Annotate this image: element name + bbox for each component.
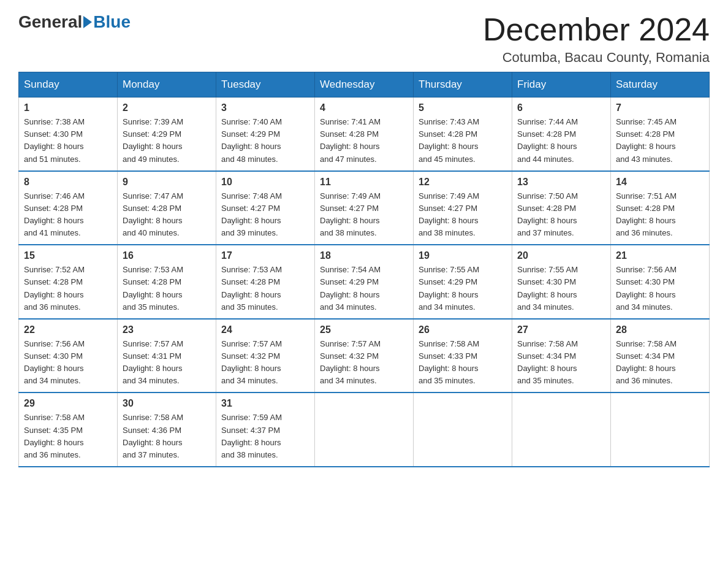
calendar-day-cell: 4 Sunrise: 7:41 AMSunset: 4:28 PMDayligh… <box>315 98 414 171</box>
calendar-day-cell: 25 Sunrise: 7:57 AMSunset: 4:32 PMDaylig… <box>315 319 414 393</box>
calendar-day-cell: 19 Sunrise: 7:55 AMSunset: 4:29 PMDaylig… <box>414 245 512 319</box>
location-subtitle: Cotumba, Bacau County, Romania <box>483 50 710 66</box>
calendar-day-cell: 24 Sunrise: 7:57 AMSunset: 4:32 PMDaylig… <box>216 319 315 393</box>
calendar-day-cell: 14 Sunrise: 7:51 AMSunset: 4:28 PMDaylig… <box>611 171 710 245</box>
day-info: Sunrise: 7:55 AMSunset: 4:30 PMDaylight:… <box>517 264 605 313</box>
day-number: 23 <box>123 324 211 335</box>
logo-general-text: General <box>18 12 82 32</box>
day-info: Sunrise: 7:45 AMSunset: 4:28 PMDaylight:… <box>616 116 704 166</box>
day-number: 2 <box>123 102 211 113</box>
calendar-day-cell: 11 Sunrise: 7:49 AMSunset: 4:27 PMDaylig… <box>315 171 414 245</box>
day-info: Sunrise: 7:44 AMSunset: 4:28 PMDaylight:… <box>517 116 605 166</box>
calendar-day-cell: 26 Sunrise: 7:58 AMSunset: 4:33 PMDaylig… <box>414 319 512 393</box>
day-info: Sunrise: 7:43 AMSunset: 4:28 PMDaylight:… <box>419 116 507 166</box>
day-info: Sunrise: 7:49 AMSunset: 4:27 PMDaylight:… <box>419 190 507 240</box>
day-number: 17 <box>221 250 309 261</box>
calendar-day-cell: 1 Sunrise: 7:38 AMSunset: 4:30 PMDayligh… <box>19 98 118 171</box>
day-info: Sunrise: 7:40 AMSunset: 4:29 PMDaylight:… <box>221 116 309 166</box>
calendar-day-cell: 2 Sunrise: 7:39 AMSunset: 4:29 PMDayligh… <box>118 98 216 171</box>
day-number: 26 <box>419 324 507 335</box>
calendar-week-row: 22 Sunrise: 7:56 AMSunset: 4:30 PMDaylig… <box>19 319 710 393</box>
calendar-day-cell: 3 Sunrise: 7:40 AMSunset: 4:29 PMDayligh… <box>216 98 315 171</box>
day-info: Sunrise: 7:50 AMSunset: 4:28 PMDaylight:… <box>517 190 605 240</box>
calendar-day-cell: 18 Sunrise: 7:54 AMSunset: 4:29 PMDaylig… <box>315 245 414 319</box>
day-number: 28 <box>616 324 704 335</box>
day-number: 13 <box>517 177 605 188</box>
day-number: 18 <box>320 250 408 261</box>
calendar-day-cell: 6 Sunrise: 7:44 AMSunset: 4:28 PMDayligh… <box>512 98 611 171</box>
calendar-table: SundayMondayTuesdayWednesdayThursdayFrid… <box>18 72 710 467</box>
day-info: Sunrise: 7:47 AMSunset: 4:28 PMDaylight:… <box>123 190 211 240</box>
calendar-day-cell: 21 Sunrise: 7:56 AMSunset: 4:30 PMDaylig… <box>611 245 710 319</box>
day-info: Sunrise: 7:53 AMSunset: 4:28 PMDaylight:… <box>123 264 211 313</box>
day-info: Sunrise: 7:58 AMSunset: 4:34 PMDaylight:… <box>517 338 605 388</box>
calendar-body: 1 Sunrise: 7:38 AMSunset: 4:30 PMDayligh… <box>19 98 710 467</box>
calendar-day-cell: 12 Sunrise: 7:49 AMSunset: 4:27 PMDaylig… <box>414 171 512 245</box>
title-area: December 2024 Cotumba, Bacau County, Rom… <box>483 12 710 66</box>
day-number: 20 <box>517 250 605 261</box>
day-number: 6 <box>517 102 605 113</box>
day-number: 7 <box>616 102 704 113</box>
day-number: 14 <box>616 177 704 188</box>
day-number: 12 <box>419 177 507 188</box>
day-number: 24 <box>221 324 309 335</box>
logo: General Blue <box>18 12 131 32</box>
day-info: Sunrise: 7:58 AMSunset: 4:36 PMDaylight:… <box>123 412 211 461</box>
day-info: Sunrise: 7:52 AMSunset: 4:28 PMDaylight:… <box>24 264 112 313</box>
calendar-day-cell <box>611 393 710 467</box>
day-of-week-header: Sunday <box>19 72 118 98</box>
day-info: Sunrise: 7:46 AMSunset: 4:28 PMDaylight:… <box>24 190 112 240</box>
calendar-day-cell: 16 Sunrise: 7:53 AMSunset: 4:28 PMDaylig… <box>118 245 216 319</box>
day-info: Sunrise: 7:57 AMSunset: 4:32 PMDaylight:… <box>320 338 408 388</box>
days-of-week-row: SundayMondayTuesdayWednesdayThursdayFrid… <box>19 72 710 98</box>
calendar-day-cell <box>414 393 512 467</box>
day-info: Sunrise: 7:39 AMSunset: 4:29 PMDaylight:… <box>123 116 211 166</box>
day-number: 5 <box>419 102 507 113</box>
calendar-day-cell: 27 Sunrise: 7:58 AMSunset: 4:34 PMDaylig… <box>512 319 611 393</box>
day-number: 16 <box>123 250 211 261</box>
day-number: 31 <box>221 398 309 409</box>
page-header: General Blue December 2024 Cotumba, Baca… <box>18 12 710 66</box>
calendar-day-cell: 7 Sunrise: 7:45 AMSunset: 4:28 PMDayligh… <box>611 98 710 171</box>
calendar-week-row: 29 Sunrise: 7:58 AMSunset: 4:35 PMDaylig… <box>19 393 710 467</box>
day-of-week-header: Tuesday <box>216 72 315 98</box>
calendar-header: SundayMondayTuesdayWednesdayThursdayFrid… <box>19 72 710 98</box>
calendar-day-cell: 22 Sunrise: 7:56 AMSunset: 4:30 PMDaylig… <box>19 319 118 393</box>
day-number: 9 <box>123 177 211 188</box>
calendar-week-row: 1 Sunrise: 7:38 AMSunset: 4:30 PMDayligh… <box>19 98 710 171</box>
day-number: 8 <box>24 177 112 188</box>
calendar-week-row: 15 Sunrise: 7:52 AMSunset: 4:28 PMDaylig… <box>19 245 710 319</box>
day-info: Sunrise: 7:58 AMSunset: 4:35 PMDaylight:… <box>24 412 112 461</box>
day-number: 4 <box>320 102 408 113</box>
day-number: 1 <box>24 102 112 113</box>
day-number: 19 <box>419 250 507 261</box>
day-info: Sunrise: 7:59 AMSunset: 4:37 PMDaylight:… <box>221 412 309 461</box>
day-info: Sunrise: 7:41 AMSunset: 4:28 PMDaylight:… <box>320 116 408 166</box>
logo-arrow-icon <box>83 16 92 28</box>
day-of-week-header: Monday <box>118 72 216 98</box>
day-info: Sunrise: 7:58 AMSunset: 4:34 PMDaylight:… <box>616 338 704 388</box>
calendar-day-cell: 9 Sunrise: 7:47 AMSunset: 4:28 PMDayligh… <box>118 171 216 245</box>
day-number: 25 <box>320 324 408 335</box>
day-number: 21 <box>616 250 704 261</box>
calendar-day-cell <box>512 393 611 467</box>
logo-blue-text: Blue <box>93 12 131 32</box>
calendar-week-row: 8 Sunrise: 7:46 AMSunset: 4:28 PMDayligh… <box>19 171 710 245</box>
day-number: 15 <box>24 250 112 261</box>
day-number: 3 <box>221 102 309 113</box>
day-info: Sunrise: 7:49 AMSunset: 4:27 PMDaylight:… <box>320 190 408 240</box>
day-info: Sunrise: 7:48 AMSunset: 4:27 PMDaylight:… <box>221 190 309 240</box>
day-number: 29 <box>24 398 112 409</box>
day-number: 11 <box>320 177 408 188</box>
calendar-day-cell: 23 Sunrise: 7:57 AMSunset: 4:31 PMDaylig… <box>118 319 216 393</box>
day-number: 30 <box>123 398 211 409</box>
calendar-day-cell: 15 Sunrise: 7:52 AMSunset: 4:28 PMDaylig… <box>19 245 118 319</box>
day-info: Sunrise: 7:57 AMSunset: 4:31 PMDaylight:… <box>123 338 211 388</box>
calendar-day-cell: 20 Sunrise: 7:55 AMSunset: 4:30 PMDaylig… <box>512 245 611 319</box>
day-of-week-header: Wednesday <box>315 72 414 98</box>
day-of-week-header: Saturday <box>611 72 710 98</box>
calendar-day-cell: 10 Sunrise: 7:48 AMSunset: 4:27 PMDaylig… <box>216 171 315 245</box>
calendar-day-cell: 30 Sunrise: 7:58 AMSunset: 4:36 PMDaylig… <box>118 393 216 467</box>
month-title: December 2024 <box>483 12 710 47</box>
calendar-day-cell <box>315 393 414 467</box>
